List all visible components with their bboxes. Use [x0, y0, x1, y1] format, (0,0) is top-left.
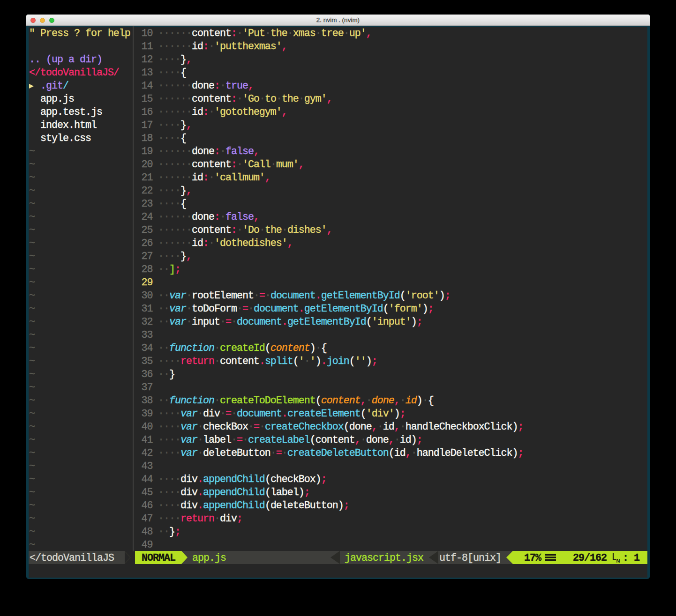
svg-text:N: N — [616, 558, 620, 564]
